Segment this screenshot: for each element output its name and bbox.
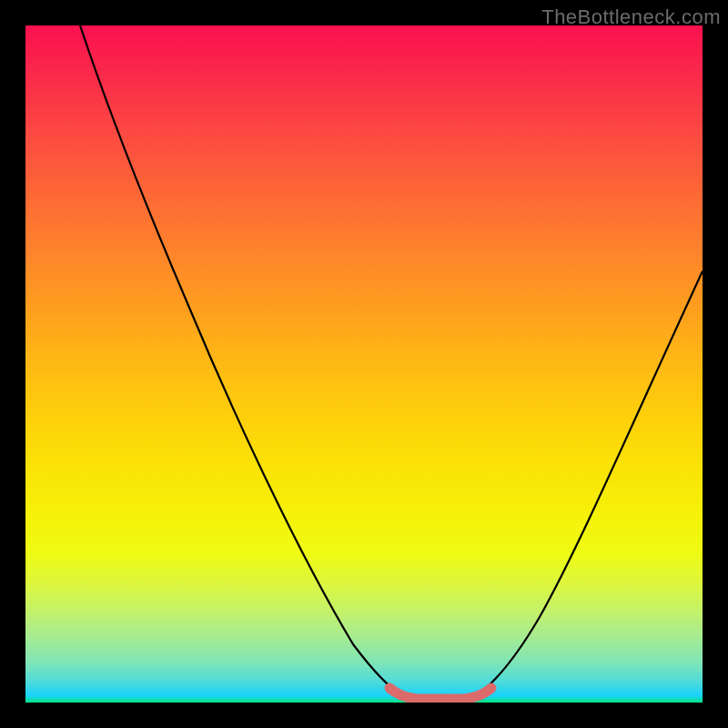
chart-curve	[25, 25, 703, 703]
chart-frame	[25, 25, 703, 703]
highlight-segment	[389, 688, 491, 699]
bottleneck-line	[80, 25, 703, 699]
watermark-text: TheBottleneck.com	[541, 5, 721, 29]
